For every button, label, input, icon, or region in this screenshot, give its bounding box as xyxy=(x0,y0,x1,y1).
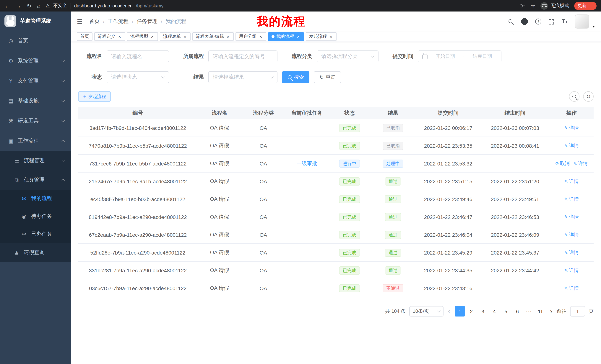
detail-link[interactable]: ✎详情 xyxy=(564,213,579,220)
tab[interactable]: 流程表单-编辑 × xyxy=(192,32,234,41)
bookmark-star-icon[interactable]: ☆ xyxy=(531,3,535,8)
toggle-search-button[interactable] xyxy=(569,91,580,102)
tab-close-icon[interactable]: × xyxy=(117,34,122,39)
row-id: 52ffd28e-7b9a-11ec-a290-acde48001122 xyxy=(90,249,185,256)
address-bar[interactable]: ⚠ 不安全 dashboard.yudao.iocoder.cn/bpm/tas… xyxy=(46,3,520,9)
row-end-time: 2022-01-23 00:08:41 xyxy=(491,143,539,149)
detail-link[interactable]: ✎详情 xyxy=(564,285,579,291)
sidebar-item-label: 系统管理 xyxy=(18,57,39,64)
process-name-input[interactable] xyxy=(107,50,169,62)
page-number-button[interactable]: 4 xyxy=(489,306,500,316)
sidebar-item[interactable]: ✉ 我的流程 xyxy=(0,190,71,207)
page-number-button[interactable]: 2 xyxy=(466,306,477,316)
detail-link[interactable]: ✎详情 xyxy=(564,142,579,149)
reload-icon[interactable]: ↻ xyxy=(27,3,31,9)
detail-link[interactable]: ✎详情 xyxy=(564,231,579,238)
breadcrumb-item[interactable]: 任务管理 xyxy=(137,18,158,25)
sidebar-item[interactable]: ▤ 基础设施 xyxy=(0,91,71,111)
row-id: 7317cec6-7b9b-11ec-b5b7-acde48001122 xyxy=(89,161,186,166)
category-select[interactable]: 请选择流程分类 xyxy=(317,50,379,62)
font-size-icon[interactable]: TT xyxy=(562,19,568,25)
dashboard-icon: ◷ xyxy=(7,38,14,44)
sidebar-item[interactable]: ⚙ 系统管理 xyxy=(0,51,71,71)
tab-close-icon[interactable]: × xyxy=(226,34,230,39)
table-row: 2152467e-7b9b-11ec-9a1b-acde48001122 OA … xyxy=(78,172,594,190)
sidebar-item[interactable]: ◉ 待办任务 xyxy=(0,207,71,225)
page-number-button[interactable]: 1 xyxy=(455,306,465,316)
key-icon[interactable] xyxy=(520,3,525,9)
search-icon[interactable] xyxy=(508,19,514,24)
sidebar-item[interactable]: ▣ 工作流程 xyxy=(0,131,71,151)
refresh-table-button[interactable]: ↻ xyxy=(583,91,594,102)
page-number-button[interactable]: 6 xyxy=(512,306,523,316)
fullscreen-icon[interactable] xyxy=(549,19,554,24)
github-icon[interactable] xyxy=(521,18,528,25)
tab[interactable]: 用户分组 × xyxy=(235,32,266,41)
tab-close-icon[interactable]: × xyxy=(259,34,263,39)
prev-page-button[interactable]: ‹ xyxy=(447,308,451,315)
tab[interactable]: 首页 xyxy=(77,32,92,41)
detail-link[interactable]: ✎详情 xyxy=(564,196,579,202)
browser-home-icon[interactable]: ⌂ xyxy=(37,3,40,9)
back-icon[interactable]: ← xyxy=(4,3,10,9)
incognito-chip[interactable]: 无痕模式 xyxy=(541,2,569,10)
chevron-icon xyxy=(62,79,65,82)
edit-icon: ✎ xyxy=(573,161,577,166)
detail-link[interactable]: ✎详情 xyxy=(573,160,588,167)
breadcrumb-item[interactable]: 首页 xyxy=(89,18,100,25)
tab[interactable]: 发起流程 × xyxy=(306,32,337,41)
create-process-button[interactable]: + 发起流程 xyxy=(78,91,111,102)
sidebar-item[interactable]: ♟ 请假查询 xyxy=(0,243,71,262)
search-button[interactable]: 搜索 xyxy=(282,71,310,83)
sidebar-item[interactable]: ☰ 流程管理 xyxy=(0,151,71,170)
tab-close-icon[interactable]: × xyxy=(296,34,300,39)
tab[interactable]: 流程定义 × xyxy=(94,32,125,41)
process-definition-input[interactable] xyxy=(208,50,278,62)
page-number-button[interactable]: 5 xyxy=(501,306,511,316)
goto-page-input[interactable] xyxy=(570,306,585,316)
detail-link[interactable]: ✎详情 xyxy=(564,125,579,131)
tab-close-icon[interactable]: × xyxy=(183,34,187,39)
cancel-link[interactable]: ⊘取消 xyxy=(555,160,570,167)
tab[interactable]: 流程表单 × xyxy=(160,32,190,41)
reset-button[interactable]: ↻ 重置 xyxy=(314,71,341,83)
breadcrumb-item[interactable]: 我的流程 xyxy=(166,18,186,25)
detail-link[interactable]: ✎详情 xyxy=(564,267,579,274)
tab[interactable]: 我的流程 × xyxy=(268,32,304,41)
sidebar-item[interactable]: ¥ 支付管理 xyxy=(0,71,71,91)
row-end-time: 2022-01-22 23:51:20 xyxy=(491,178,539,184)
tab-close-icon[interactable]: × xyxy=(329,34,333,39)
detail-link[interactable]: ✎详情 xyxy=(564,249,579,256)
breadcrumb-item[interactable]: 工作流程 xyxy=(108,18,129,25)
page-number-button[interactable]: 3 xyxy=(478,306,488,316)
sidebar-item[interactable]: ✂ 已办任务 xyxy=(0,225,71,243)
submit-time-range-picker[interactable]: 开始日期 - 结束日期 xyxy=(418,50,501,62)
detail-link[interactable]: ✎详情 xyxy=(564,178,579,185)
column-header: 流程分类 xyxy=(242,107,285,119)
sidebar-item-label: 我的流程 xyxy=(31,195,52,202)
tab-close-icon[interactable]: × xyxy=(150,34,155,39)
page-size-select[interactable]: 10条/页 xyxy=(409,306,443,316)
update-button[interactable]: 更新 ⋮ xyxy=(574,2,597,10)
help-icon[interactable]: ? xyxy=(535,19,541,25)
sidebar-item[interactable]: ⧉ 任务管理 xyxy=(0,170,71,190)
row-end-time-cell: 2022-01-22 23:44:42 xyxy=(481,262,549,279)
cancel-label: 取消 xyxy=(560,160,570,167)
result-select[interactable]: 请选择流结果 xyxy=(208,71,278,83)
next-page-button[interactable]: › xyxy=(549,308,553,315)
page-number-button[interactable]: 11 xyxy=(535,306,546,316)
table-tool-icons: ↻ xyxy=(569,91,594,102)
status-select[interactable]: 请选择状态 xyxy=(107,71,169,83)
chevron-icon xyxy=(62,119,65,122)
sidebar-item[interactable]: ⚒ 研发工具 xyxy=(0,111,71,131)
tab[interactable]: 流程模型 × xyxy=(127,32,158,41)
page-number-button[interactable]: ··· xyxy=(524,306,534,316)
sidebar-toggle-icon[interactable]: ☰ xyxy=(77,18,83,25)
current-task-link[interactable]: 一级审批 xyxy=(296,160,317,167)
user-avatar[interactable] xyxy=(575,14,589,29)
avatar-caret-icon[interactable] xyxy=(592,25,595,27)
forward-icon[interactable]: → xyxy=(16,3,21,9)
browser-menu-icon[interactable]: ⋮ xyxy=(589,3,593,8)
column-header: 流程名 xyxy=(197,107,242,119)
sidebar-item[interactable]: ◷ 首页 xyxy=(0,31,71,51)
